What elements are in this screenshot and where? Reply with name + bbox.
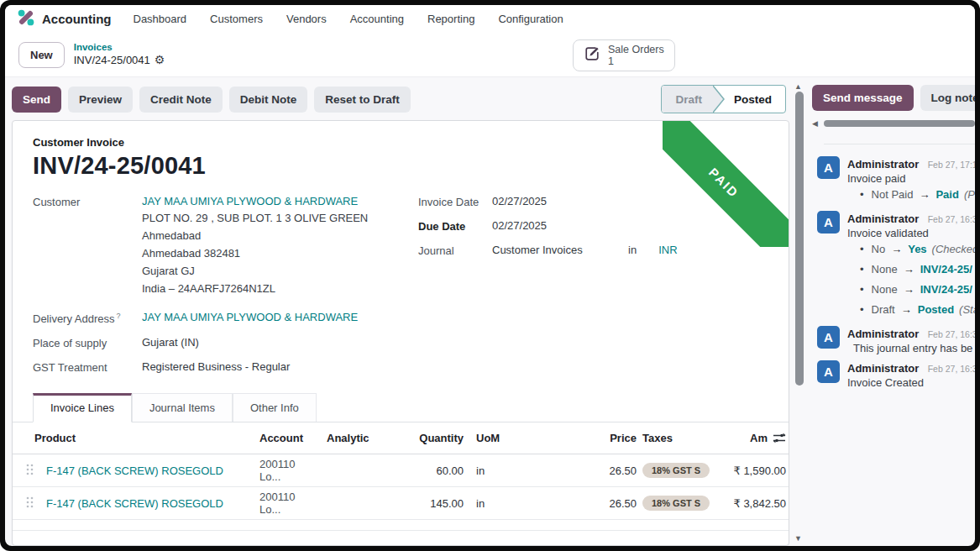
arrow-right-icon: → [901,303,912,316]
message-time: Feb 27, 16:34 [928,214,975,224]
message-body: Invoice Created [847,376,975,389]
scroll-left-icon[interactable]: ◀ [812,119,818,128]
nav-item-vendors[interactable]: Vendors [286,13,327,25]
nav-item-dashboard[interactable]: Dashboard [134,13,187,25]
breadcrumb-current-label: INV/24-25/0041 [74,54,150,67]
cell-uom[interactable]: in [464,497,548,510]
drag-handle-icon[interactable] [13,464,46,478]
cell-quantity[interactable]: 60.00 [365,464,464,477]
avatar[interactable]: A [817,211,840,234]
gst-treatment-value[interactable]: Registered Business - Regular [142,360,290,374]
due-date-value[interactable]: 02/27/2025 [492,219,547,233]
avatar[interactable]: A [817,326,840,349]
message-author[interactable]: Administrator [847,213,919,225]
breadcrumb-parent-invoices[interactable]: Invoices [74,41,165,53]
invoice-lines-header: Product Account Analytic Quantity UoM Pr… [13,422,789,454]
bullet-icon: • [860,243,864,255]
message-body: Invoice paid [847,172,975,185]
empty-line-row[interactable] [13,520,789,531]
preview-button[interactable]: Preview [68,87,133,113]
cell-uom[interactable]: in [464,464,548,477]
message-body: This journal entry has be [847,342,975,354]
place-of-supply-value[interactable]: Gujarat (IN) [142,336,199,349]
debit-note-button[interactable]: Debit Note [229,87,308,113]
tax-badge[interactable]: 18% GST S [642,463,710,478]
app-title: Accounting [42,12,112,26]
nav-item-reporting[interactable]: Reporting [427,13,474,25]
cell-product[interactable]: F-147 (BACK SCREW) ROSEGOLD [46,497,248,510]
cell-price[interactable]: 26.50 [548,464,637,477]
scroll-up-icon[interactable]: ▲ [794,82,802,91]
avatar[interactable]: A [817,156,840,179]
sale-orders-button[interactable]: Sale Orders 1 [573,39,675,71]
document-type-label: Customer Invoice [33,136,768,149]
credit-note-button[interactable]: Credit Note [139,87,223,113]
edit-pencil-icon [584,45,600,66]
invoice-number[interactable]: INV/24-25/0041 [33,152,768,180]
notebook-tabs: Invoice Lines Journal Items Other Info [13,393,789,422]
message-author[interactable]: Administrator [847,362,919,375]
tab-other-info[interactable]: Other Info [233,393,317,422]
gear-icon[interactable]: ⚙ [155,53,165,68]
drag-handle-icon[interactable] [13,496,46,511]
scroll-down-icon[interactable]: ▼ [794,534,802,543]
bullet-icon: • [860,263,864,276]
message-body: Invoice validated [847,227,975,239]
delivery-address-link[interactable]: JAY MAA UMIYA PLYWOOD & HARDWARE [142,311,358,325]
journal-currency-link[interactable]: INR [658,244,677,257]
reset-to-draft-button[interactable]: Reset to Draft [314,87,411,113]
tracking-change: •No→Yes(Checked) [847,239,975,260]
invoice-line-row[interactable]: F-147 (BACK SCREW) ROSEGOLD 200110 Lo...… [13,454,789,487]
chatter-panel: Send message Log note ◀ A Administrator [805,77,975,546]
message-author[interactable]: Administrator [847,158,919,171]
nav-item-customers[interactable]: Customers [210,13,263,25]
cell-account[interactable]: 200110 Lo... [248,458,315,483]
scrollbar-thumb[interactable] [795,92,804,386]
tracking-change: •None→INV/24-25/ [847,280,975,300]
vertical-scrollbar[interactable]: ▲ ▼ [793,77,805,546]
log-note-button[interactable]: Log note [920,85,975,111]
field-gst-treatment: GST Treatment Registered Business - Regu… [33,360,418,374]
header-taxes: Taxes [637,432,729,444]
tracking-change: •Draft→Posted(Sta [847,300,975,320]
top-navbar: Accounting Dashboard Customers Vendors A… [5,5,975,33]
tracking-change: •Not Paid→Paid(P [847,185,975,205]
tab-journal-items[interactable]: Journal Items [132,393,233,422]
sale-orders-count: 1 [608,55,664,67]
cell-price[interactable]: 26.50 [548,497,637,510]
status-posted[interactable]: Posted [726,86,785,113]
nav-menu: Dashboard Customers Vendors Accounting R… [134,13,563,25]
message-author[interactable]: Administrator [847,328,919,340]
cell-quantity[interactable]: 145.00 [365,497,464,510]
horizontal-scrollbar[interactable]: ◀ [812,119,975,128]
horizontal-scrollbar-thumb[interactable] [824,120,975,127]
message: A Administrator Feb 27, 16:34 Invoice va… [817,211,975,320]
message-time: Feb 27, 17:14 [928,160,975,170]
new-button[interactable]: New [18,42,65,68]
avatar[interactable]: A [817,360,840,383]
header-product: Product [34,432,248,444]
nav-item-accounting[interactable]: Accounting [350,13,404,25]
tab-invoice-lines[interactable]: Invoice Lines [33,393,132,422]
status-draft[interactable]: Draft [662,86,713,113]
header-quantity: Quantity [365,432,464,444]
invoice-line-row[interactable]: F-147 (BACK SCREW) ROSEGOLD 200110 Lo...… [13,487,789,520]
gst-treatment-label: GST Treatment [33,360,142,374]
journal-value[interactable]: Customer Invoices [492,244,628,257]
optional-columns-icon[interactable] [773,433,786,443]
send-message-button[interactable]: Send message [812,85,914,111]
tax-badge[interactable]: 18% GST S [642,496,710,511]
status-bar: Draft Posted [661,85,786,113]
customer-link[interactable]: JAY MAA UMIYA PLYWOOD & HARDWARE [142,195,368,207]
message-time: Feb 27, 16:34 [928,329,975,339]
message-list: A Administrator Feb 27, 17:14 Invoice pa… [810,156,975,546]
app-window: Accounting Dashboard Customers Vendors A… [5,5,975,546]
cell-account[interactable]: 200110 Lo... [248,491,315,516]
breadcrumb-current: INV/24-25/0041 ⚙ [74,53,165,68]
cell-product[interactable]: F-147 (BACK SCREW) ROSEGOLD [46,464,248,477]
app-brand[interactable]: Accounting [17,8,112,30]
nav-item-configuration[interactable]: Configuration [498,13,563,25]
invoice-date-value[interactable]: 02/27/2025 [492,195,547,208]
send-button[interactable]: Send [12,87,61,113]
accounting-app-icon [17,8,35,30]
